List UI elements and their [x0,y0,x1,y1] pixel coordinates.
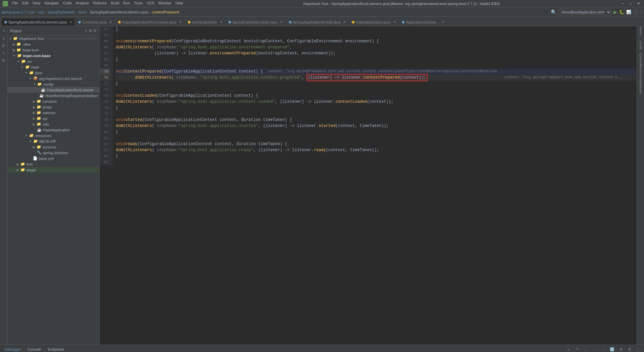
tree-hope-bootstrap[interactable]: ☕ HopeBootstrapRegistryInitializer [7,93,99,98]
project-locate-button[interactable]: ⊙ [85,29,88,33]
tree-idea[interactable]: ▶ 📁 .idea [7,41,99,47]
debug-step-into[interactable]: ↓ [583,347,589,352]
tab-endpoints[interactable]: Endpoints [46,347,66,352]
maven-button[interactable]: Maven [637,28,644,34]
close-button[interactable]: ✕ [636,1,641,6]
debug-step-over[interactable]: ↷ [574,347,580,352]
tree-hope-app[interactable]: ☕ HopeApplication [7,127,99,133]
project-expand-button[interactable]: ⊞ [89,29,92,33]
tree-hope-app-listener[interactable]: ☕ HopeApplicationRunListener [7,87,99,93]
tab-close-1[interactable]: ✕ [109,20,112,24]
tree-props[interactable]: ▶ 📁 props [7,104,99,110]
breadcrumb-springframework[interactable]: springframework [48,10,75,14]
menu-run[interactable]: Run [123,1,130,6]
debug-frames[interactable]: ⊞ [618,347,624,352]
breadcrumb-org[interactable]: org [38,10,44,14]
profile-button[interactable]: 📊 [626,10,631,14]
tree-launch[interactable]: ▼ 📦 org.hopehomi.core.launch [7,76,99,81]
tree-config[interactable]: ▼ 📁 config [7,81,99,87]
menu-refactor[interactable]: Refactor [93,1,107,6]
tree-meta-inf[interactable]: ▼ 📁 META-INF [7,138,99,144]
menu-edit[interactable]: Edit [22,1,29,6]
web-icon[interactable]: W [0,57,7,64]
tree-spi[interactable]: ▶ 📁 spi [7,116,99,121]
tab-2[interactable]: HopeApplicationRunListener.java ✕ [115,18,185,26]
breadcrumb-file[interactable]: SpringApplicationRunListeners.java [90,10,148,14]
search-everywhere-icon[interactable]: 🔍 [551,9,556,15]
debug-button[interactable]: 🐛 [619,10,624,14]
tab-close-3[interactable]: ✕ [220,20,222,24]
maximize-button[interactable]: □ [628,1,633,6]
stop-button[interactable]: ⬛ [633,10,638,14]
menu-window[interactable]: Window [158,1,171,6]
breadcrumb-method[interactable]: contextPrepared [152,10,179,14]
breadcrumb-boot[interactable]: boot [79,10,86,14]
tab-7[interactable]: ApplicationListene... ✕ [399,18,447,26]
tree-root[interactable]: ▼ 📁 Hopehomi-Tool E:/idea-workspace/hope… [7,36,99,41]
menu-tools[interactable]: Tools [134,1,143,6]
breadcrumb-jar[interactable]: spring-boot-2.7.1.jar [1,10,34,14]
menu-navigate[interactable]: Navigate [44,1,59,6]
menu-view[interactable]: View [33,1,41,6]
bottom-expand[interactable]: ⬛ [635,347,641,352]
database-button[interactable]: Database [637,84,644,91]
menu-vcs[interactable]: VCS [147,1,154,6]
tab-close-0[interactable]: ✕ [69,20,72,24]
find-icon[interactable]: F [0,50,7,56]
menu-analyze[interactable]: Analyze [76,1,89,6]
editor-content[interactable]: 63 64 65 66 67 68 69 70 71 72 73 74 75 7… [100,26,637,345]
tab-close-6[interactable]: ✕ [393,20,396,24]
line-numbers: 63 64 65 66 67 68 69 70 71 72 73 74 75 7… [100,26,113,165]
tab-console[interactable]: Console [25,347,43,352]
project-settings-button[interactable]: ⚙ [93,29,97,33]
debug-evaluate[interactable]: 🔢 [609,347,615,352]
tab-6[interactable]: HopeApplication.java ✕ [349,18,399,26]
tree-src[interactable]: ▼ 📁 src [7,58,99,64]
structure-icon[interactable]: S [0,35,7,42]
tree-resources[interactable]: ▼ 📁 resources [7,133,99,138]
debug-step-out[interactable]: ↑ [592,347,598,352]
tree-target[interactable]: ▶ 📁 target [7,167,99,173]
run-config-selector[interactable]: DemoBootApplication-test [558,9,611,15]
menu-file[interactable]: File [12,1,18,6]
editor-area: 63 64 65 66 67 68 69 70 71 72 73 74 75 7… [100,26,637,345]
tree-spring-factories[interactable]: 🔧 spring.factories [7,150,99,156]
minimize-button[interactable]: ─ [620,1,626,6]
debug-action-1[interactable]: ≡ [566,347,572,352]
menu-code[interactable]: Code [63,1,72,6]
debug-run-cursor[interactable]: → [600,347,606,352]
tab-close-7[interactable]: ✕ [442,20,444,24]
tree-services[interactable]: ▶ 📁 services [7,144,99,150]
tree-main[interactable]: ▼ 📁 main [7,64,99,70]
tree-test[interactable]: ▶ 📁 test [7,161,99,167]
debug-settings[interactable]: ⚙ [627,347,633,352]
tab-close-2[interactable]: ✕ [179,20,182,24]
tree-base-yml[interactable]: 📄 base.yml [7,156,99,161]
menu-build[interactable]: Build [111,1,119,6]
tree-utils[interactable]: ▶ 📁 utils [7,121,99,127]
line-84: } [116,153,637,159]
tab-debugger[interactable]: Debugger [3,347,23,352]
menu-help[interactable]: Help [175,1,183,6]
tree-java[interactable]: ▼ 📁 java [7,70,99,76]
git-icon[interactable]: ⑂ [640,10,643,14]
tab-4[interactable]: SpringFactoriesLoader.java ✕ [225,18,286,26]
tab-1[interactable]: Consumer.java ✕ [75,18,115,26]
tab-close-5[interactable]: ✕ [343,20,346,24]
spring-button[interactable]: SQViewer [637,56,644,62]
line-79: doWithListeners( stepName: "spring.boot.… [116,123,637,129]
bookmarks-icon[interactable]: B [0,42,7,49]
tab-close-4[interactable]: ✕ [280,20,283,24]
gradle-button[interactable]: Gradle [637,42,644,48]
run-button[interactable]: ▶ [613,9,617,15]
tree-hope-bom[interactable]: ▶ 📁 hope-bom [7,47,99,53]
tree-constant[interactable]: ▶ 📁 constant [7,98,99,104]
tab-5[interactable]: SpringApplicationBuilder.java ✕ [286,18,349,26]
tree-selector[interactable]: ▶ 📁 selector [7,110,99,116]
tab-0[interactable]: SpringApplicationRunListeners.java ✕ [1,18,75,26]
tab-icon-2 [118,21,121,24]
rest-button[interactable]: RestServices [637,70,644,77]
project-icon[interactable]: P [0,28,7,34]
tree-hope-core-base[interactable]: ▼ 📁 hope-core-base [7,53,99,58]
tab-3[interactable]: spring.factories ✕ [185,18,225,26]
